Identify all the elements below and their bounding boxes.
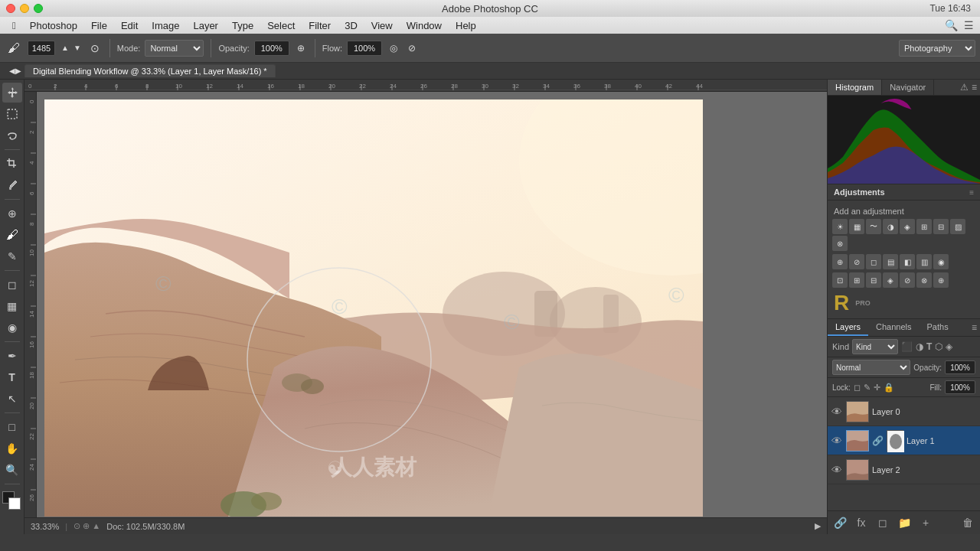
adj-photo-filter[interactable]: ⊗ — [832, 236, 848, 251]
search-icon[interactable]: 🔍 — [945, 19, 958, 31]
tab-layers[interactable]: Layers — [828, 319, 868, 336]
marquee-tool[interactable] — [2, 104, 22, 124]
filter-smart-btn[interactable]: ◈ — [946, 341, 952, 352]
menu-window[interactable]: Window — [400, 18, 448, 33]
adj-hide[interactable]: ⊘ — [900, 272, 915, 288]
mode-select[interactable]: Normal Multiply Screen Overlay Soft Ligh… — [145, 40, 204, 57]
maximize-button[interactable] — [34, 4, 43, 13]
layer-0-visibility[interactable]: 👁 — [831, 406, 843, 418]
status-icon-3[interactable]: ▲ — [92, 521, 100, 530]
menu-image[interactable]: Image — [145, 18, 185, 33]
airbrush-toggle[interactable]: ⊘ — [405, 41, 419, 55]
timeline-btn[interactable]: ▶ — [815, 521, 821, 531]
adj-channel-mixer[interactable]: ⊕ — [832, 254, 848, 269]
adj-posterize[interactable]: ▤ — [883, 254, 898, 269]
text-tool[interactable]: T — [2, 367, 22, 387]
brush-size-input[interactable]: 1485 — [28, 41, 55, 56]
menu-type[interactable]: Type — [226, 18, 260, 33]
adj-colorbalance[interactable]: ⊟ — [933, 219, 949, 234]
gradient-tool[interactable]: ▦ — [2, 296, 22, 316]
brush-size-down[interactable]: ▼ — [72, 44, 83, 52]
layer-kind-select[interactable]: Kind Name Effect — [852, 339, 898, 354]
adj-solo[interactable]: ◈ — [883, 272, 898, 288]
adj-color-lookup[interactable]: ⊘ — [849, 254, 864, 269]
filter-adj-btn[interactable]: ◑ — [916, 341, 923, 352]
adj-vibrance[interactable]: ◈ — [900, 219, 915, 234]
adj-bw[interactable]: ▨ — [950, 219, 965, 234]
lock-transparent[interactable]: ◻ — [854, 383, 861, 393]
lock-position[interactable]: ✛ — [874, 383, 880, 393]
flow-input[interactable]: 100% — [347, 41, 382, 56]
filter-type-btn[interactable]: T — [926, 341, 932, 352]
path-tool[interactable]: ↖ — [2, 389, 22, 409]
menu-select[interactable]: Select — [261, 18, 301, 33]
zoom-tool[interactable]: 🔍 — [2, 460, 22, 480]
navigator-tab[interactable]: Navigator — [882, 80, 934, 95]
adj-curves[interactable]: 〜 — [866, 219, 881, 234]
adj-more[interactable]: ⊕ — [933, 272, 949, 288]
lasso-tool[interactable] — [2, 126, 22, 145]
eyedropper-tool[interactable] — [2, 175, 22, 195]
traffic-lights[interactable] — [0, 4, 43, 13]
flow-toggle[interactable]: ◎ — [387, 41, 400, 55]
close-button[interactable] — [6, 4, 15, 13]
adjustments-header[interactable]: Adjustments ≡ — [828, 184, 980, 201]
add-style-btn[interactable]: fx — [852, 514, 871, 531]
opacity-toggle[interactable]: ⊕ — [294, 41, 308, 55]
adj-levels[interactable]: ▦ — [849, 219, 864, 234]
adj-brightness[interactable]: ☀ — [832, 219, 848, 234]
eraser-tool[interactable]: ◻ — [2, 275, 22, 295]
layer-2-visibility[interactable]: 👁 — [831, 464, 843, 476]
canvas[interactable]: 人人素材 ☯ © © © © © — [44, 99, 703, 517]
brush-preset-icon[interactable]: ⊙ — [87, 41, 103, 56]
lock-all[interactable]: 🔒 — [884, 383, 894, 393]
histogram-tab[interactable]: Histogram — [828, 80, 882, 95]
menu-3d[interactable]: 3D — [338, 18, 364, 33]
adj-invert[interactable]: ◻ — [866, 254, 881, 269]
adj-threshold[interactable]: ◧ — [900, 254, 915, 269]
minimize-button[interactable] — [20, 4, 29, 13]
layer-1-visibility[interactable]: 👁 — [831, 435, 843, 447]
menu-edit[interactable]: Edit — [115, 18, 144, 33]
layers-menu-icon[interactable]: ≡ — [972, 322, 977, 333]
pen-tool[interactable]: ✒ — [2, 346, 22, 366]
background-color[interactable] — [8, 497, 21, 510]
adj-selective-color[interactable]: ◉ — [933, 254, 949, 269]
adj-reset[interactable]: ⊗ — [916, 272, 932, 288]
brush-tool[interactable]: 🖌 — [2, 225, 22, 245]
fill-input[interactable]: 100% — [945, 380, 975, 394]
menu-filter[interactable]: Filter — [302, 18, 337, 33]
panel-toggle-left[interactable]: ◀▶ — [6, 65, 24, 77]
clone-tool[interactable]: ✎ — [2, 246, 22, 266]
adj-gradient-map[interactable]: ▥ — [916, 254, 932, 269]
adjustments-menu[interactable]: ≡ — [969, 188, 974, 197]
layer-item-1[interactable]: 👁 🔗 Layer 1 — [828, 426, 980, 455]
filter-shape-btn[interactable]: ⬡ — [935, 341, 942, 352]
brush-tool-button[interactable]: 🖌 — [5, 40, 23, 57]
adj-clip[interactable]: ⊡ — [832, 272, 848, 288]
opacity-input[interactable]: 100% — [254, 41, 289, 56]
adj-exposure[interactable]: ◑ — [883, 219, 898, 234]
color-swatch[interactable] — [2, 491, 22, 511]
adj-delete[interactable]: ⊟ — [866, 272, 881, 288]
status-icon-2[interactable]: ⊕ — [83, 521, 90, 530]
blend-mode-select[interactable]: Normal Multiply Screen Overlay Soft Ligh… — [832, 360, 910, 375]
menu-photoshop[interactable]: Photoshop — [24, 18, 83, 33]
menu-help[interactable]: Help — [449, 18, 482, 33]
blur-tool[interactable]: ◉ — [2, 318, 22, 337]
brush-size-up[interactable]: ▲ — [60, 44, 70, 52]
link-layers-btn[interactable]: 🔗 — [831, 514, 849, 531]
menu-apple[interactable]:  — [6, 18, 22, 33]
hand-tool[interactable]: ✋ — [2, 439, 22, 458]
tab-channels[interactable]: Channels — [868, 319, 919, 336]
layer-item-2[interactable]: 👁 Layer 2 — [828, 455, 980, 484]
adj-hsl[interactable]: ⊞ — [916, 219, 932, 234]
delete-layer-btn[interactable]: 🗑 — [959, 514, 977, 531]
warning-icon[interactable]: ⚠ — [960, 82, 969, 93]
new-layer-btn[interactable]: + — [916, 514, 935, 531]
lock-pixels[interactable]: ✎ — [864, 383, 871, 393]
crop-tool[interactable] — [2, 154, 22, 174]
filter-pixel-btn[interactable]: ⬛ — [901, 341, 913, 352]
status-icon-1[interactable]: ⊙ — [74, 521, 80, 530]
document-tab[interactable]: Digital Blending Workflow @ 33.3% (Layer… — [24, 64, 276, 77]
